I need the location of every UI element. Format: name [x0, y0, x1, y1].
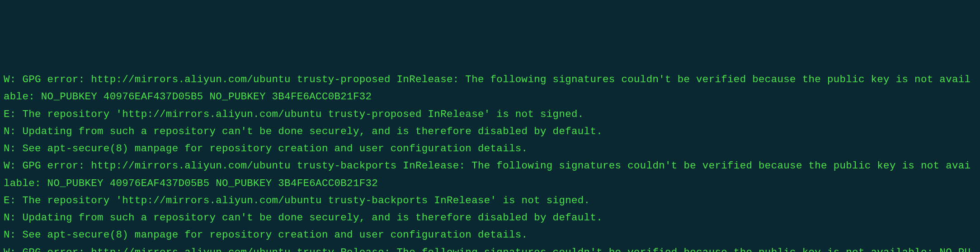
- terminal-line: N: See apt-secure(8) manpage for reposit…: [4, 229, 528, 241]
- terminal-line: W: GPG error: http://mirrors.aliyun.com/…: [4, 160, 971, 189]
- terminal-line: N: See apt-secure(8) manpage for reposit…: [4, 143, 528, 154]
- terminal-line: N: Updating from such a repository can't…: [4, 126, 603, 137]
- terminal-line: W: GPG error: http://mirrors.aliyun.com/…: [4, 74, 971, 103]
- terminal-output: W: GPG error: http://mirrors.aliyun.com/…: [4, 71, 976, 252]
- terminal-line: E: The repository 'http://mirrors.aliyun…: [4, 108, 584, 120]
- terminal-line: W: GPG error: http://mirrors.aliyun.com/…: [4, 247, 971, 252]
- terminal-line: E: The repository 'http://mirrors.aliyun…: [4, 195, 590, 206]
- terminal-line: N: Updating from such a repository can't…: [4, 212, 603, 224]
